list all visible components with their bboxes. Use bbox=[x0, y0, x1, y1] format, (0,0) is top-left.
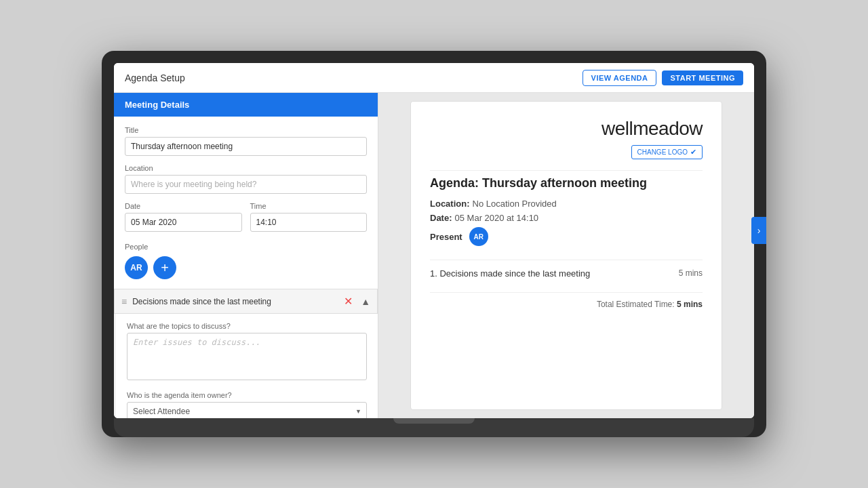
location-input[interactable] bbox=[125, 175, 367, 194]
drag-handle-icon[interactable]: ≡ bbox=[121, 296, 127, 307]
right-panel: wellmeadow CHANGE LOGO ✔ Agenda: Thursda… bbox=[378, 93, 754, 418]
total-time-label: Total Estimated Time: bbox=[597, 300, 675, 309]
header-buttons: VIEW AGENDA START MEETING bbox=[583, 70, 743, 86]
date-value: 05 Mar 2020 at 14:10 bbox=[455, 213, 539, 223]
people-label: People bbox=[125, 243, 367, 251]
agenda-item-form: What are the topics to discuss? Who is t… bbox=[114, 314, 378, 418]
avatar-initials: AR bbox=[130, 263, 142, 272]
owner-field: Who is the agenda item owner? Select Att… bbox=[127, 391, 367, 418]
total-time-value: 5 mins bbox=[677, 300, 703, 309]
scroll-right-button[interactable]: › bbox=[751, 217, 754, 244]
add-person-button[interactable]: + bbox=[153, 256, 176, 279]
preview-avatar-initials: AR bbox=[473, 233, 483, 241]
location-label: Location: bbox=[430, 199, 470, 209]
date-field: Date bbox=[125, 202, 242, 232]
date-time-row: Date Time bbox=[125, 202, 367, 240]
preview-agenda-item: 1. Decisions made since the last meeting… bbox=[430, 268, 703, 279]
section-title: Meeting Details bbox=[125, 100, 189, 110]
time-field: Time bbox=[250, 202, 368, 232]
location-label: Location bbox=[125, 164, 367, 172]
item-title: Decisions made since the last meeting bbox=[439, 268, 590, 279]
preview-total-time: Total Estimated Time: 5 mins bbox=[430, 292, 703, 309]
date-label: Date bbox=[125, 202, 242, 210]
title-label: Title bbox=[125, 126, 367, 134]
start-meeting-button[interactable]: START MEETING bbox=[662, 70, 743, 85]
owner-label: Who is the agenda item owner? bbox=[127, 391, 367, 399]
change-logo-label: CHANGE LOGO bbox=[637, 148, 688, 156]
item-number: 1. bbox=[430, 268, 439, 279]
agenda-item-title-input[interactable] bbox=[132, 297, 338, 306]
preview-present-row: Present AR bbox=[430, 227, 703, 246]
left-panel: Meeting Details Title Location bbox=[114, 93, 378, 418]
topics-textarea[interactable] bbox=[127, 333, 367, 380]
agenda-item-row: ≡ ✕ ▲ bbox=[114, 289, 378, 314]
page-title: Agenda Setup bbox=[125, 73, 185, 83]
owner-select-wrapper: Select Attendee bbox=[127, 402, 367, 418]
topics-field: What are the topics to discuss? bbox=[127, 322, 367, 383]
change-logo-button[interactable]: CHANGE LOGO ✔ bbox=[631, 145, 703, 159]
app-body: Meeting Details Title Location bbox=[114, 93, 754, 418]
section-header: Meeting Details bbox=[114, 93, 378, 117]
time-input[interactable] bbox=[250, 213, 368, 232]
time-label: Time bbox=[250, 202, 368, 210]
owner-select[interactable]: Select Attendee bbox=[127, 402, 367, 418]
app-header: Agenda Setup VIEW AGENDA START MEETING bbox=[114, 63, 754, 93]
people-avatars: AR + bbox=[125, 256, 367, 279]
preview-location: Location: No Location Provided bbox=[430, 199, 703, 209]
laptop-base bbox=[114, 418, 754, 437]
item-text: 1. Decisions made since the last meeting bbox=[430, 268, 590, 279]
location-field: Location bbox=[125, 164, 367, 194]
preview-logo: wellmeadow bbox=[430, 118, 703, 140]
view-agenda-button[interactable]: VIEW AGENDA bbox=[583, 70, 657, 86]
preview-agenda-title: Agenda: Thursday afternoon meeting bbox=[430, 176, 703, 190]
preview-divider bbox=[430, 170, 703, 171]
location-value: No Location Provided bbox=[473, 199, 557, 209]
present-label: Present bbox=[430, 232, 462, 242]
avatar[interactable]: AR bbox=[125, 256, 148, 279]
people-section: People AR + bbox=[125, 243, 367, 279]
preview-agenda-items: 1. Decisions made since the last meeting… bbox=[430, 260, 703, 279]
collapse-icon[interactable]: ▲ bbox=[361, 296, 370, 307]
item-time: 5 mins bbox=[679, 268, 703, 278]
preview-date: Date: 05 Mar 2020 at 14:10 bbox=[430, 213, 703, 223]
preview-avatar: AR bbox=[469, 227, 488, 246]
topics-label: What are the topics to discuss? bbox=[127, 322, 367, 330]
form-area: Title Location Date bbox=[114, 117, 378, 289]
title-input[interactable] bbox=[125, 137, 367, 156]
preview-card: wellmeadow CHANGE LOGO ✔ Agenda: Thursda… bbox=[410, 101, 722, 410]
title-field: Title bbox=[125, 126, 367, 156]
check-icon: ✔ bbox=[690, 148, 696, 157]
date-label: Date: bbox=[430, 213, 452, 223]
close-icon[interactable]: ✕ bbox=[344, 295, 353, 308]
date-input[interactable] bbox=[125, 213, 242, 232]
